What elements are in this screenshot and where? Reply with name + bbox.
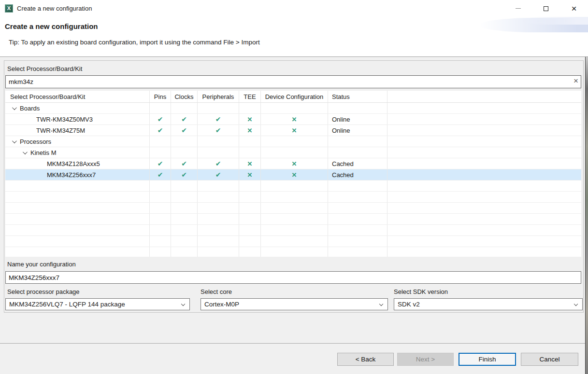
status-cell: Cached xyxy=(328,158,387,169)
processor-search-input[interactable] xyxy=(5,75,581,88)
tree-indent xyxy=(5,141,12,142)
column-header-select-processor-board-kit[interactable]: Select Processor/Board/Kit xyxy=(5,91,149,102)
empty-name-cell xyxy=(5,247,149,257)
maximize-button[interactable] xyxy=(532,0,560,17)
core-select[interactable]: Cortex-M0P xyxy=(201,298,388,310)
window-controls: × xyxy=(504,0,588,17)
cross-icon: ✕ xyxy=(247,127,253,134)
tree-item-label: TWR-KM34Z50MV3 xyxy=(36,116,93,123)
mark-cell: ✔ xyxy=(149,114,171,125)
empty-cell xyxy=(260,214,328,224)
mark-cell: ✔ xyxy=(197,114,239,125)
empty-cell xyxy=(197,203,239,213)
empty-cell xyxy=(387,214,581,224)
check-icon: ✔ xyxy=(215,116,221,123)
mark-cell: ✕ xyxy=(239,158,260,169)
mark-cell xyxy=(239,147,260,158)
check-icon: ✔ xyxy=(215,160,221,167)
table-row-twr-km34z75m[interactable]: TWR-KM34Z75M✔✔✔✕✕Online xyxy=(5,125,581,136)
chevron-down-icon xyxy=(379,302,383,306)
mark-cell: ✔ xyxy=(197,158,239,169)
mark-cell xyxy=(260,147,328,158)
table-row-empty xyxy=(5,180,581,192)
column-header-pins[interactable]: Pins xyxy=(149,91,171,102)
column-header-tee[interactable]: TEE xyxy=(239,91,260,102)
clear-search-icon[interactable]: × xyxy=(574,77,578,85)
minimize-icon xyxy=(516,8,521,9)
status-cell: Cached xyxy=(328,169,387,180)
minimize-button[interactable] xyxy=(504,0,532,17)
table-row-processors[interactable]: Processors xyxy=(5,136,581,147)
tree-item-label: Kinetis M xyxy=(30,149,56,156)
mark-cell xyxy=(171,147,197,158)
tree-item-cell: MKM34Z128Axxx5 xyxy=(5,158,149,169)
table-row-mkm34z128axxx5[interactable]: MKM34Z128Axxx5✔✔✔✕✕Cached xyxy=(5,158,581,169)
filler-cell xyxy=(387,103,581,113)
empty-cell xyxy=(197,180,239,191)
header-swoosh-highlight xyxy=(516,17,588,25)
mark-cell: ✔ xyxy=(171,158,197,169)
status-cell xyxy=(328,103,387,113)
filler-cell xyxy=(387,125,581,136)
table-row-mkm34z256xxx7[interactable]: MKM34Z256xxx7✔✔✔✕✕Cached xyxy=(5,169,581,180)
mark-cell: ✔ xyxy=(149,158,171,169)
check-icon: ✔ xyxy=(158,116,163,123)
empty-cell xyxy=(239,192,260,202)
empty-cell xyxy=(328,180,387,191)
table-row-kinetis-m[interactable]: Kinetis M xyxy=(5,147,581,158)
close-button[interactable]: × xyxy=(560,0,588,17)
filler-cell xyxy=(387,136,581,147)
core-value: Cortex-M0P xyxy=(204,301,239,308)
empty-cell xyxy=(328,236,387,247)
table-row-boards[interactable]: Boards xyxy=(5,103,581,114)
status-cell: Online xyxy=(328,125,387,136)
configuration-name-input[interactable] xyxy=(5,271,581,284)
check-icon: ✔ xyxy=(215,127,221,134)
table-row-empty xyxy=(5,247,581,257)
tree-indent xyxy=(5,119,36,120)
column-header-clocks[interactable]: Clocks xyxy=(171,91,197,102)
filler-cell xyxy=(387,114,581,125)
select-processor-label: Select Processor/Board/Kit xyxy=(7,65,82,72)
empty-cell xyxy=(239,203,260,213)
empty-cell xyxy=(149,180,171,191)
mark-cell xyxy=(149,103,171,113)
mark-cell: ✔ xyxy=(149,125,171,136)
page-title: Create a new configuration xyxy=(5,22,98,30)
tree-item-label: TWR-KM34Z75M xyxy=(36,127,85,134)
chevron-down-icon xyxy=(181,302,185,306)
cancel-button[interactable]: Cancel xyxy=(521,353,578,366)
mark-cell: ✕ xyxy=(260,114,328,125)
mark-cell xyxy=(171,136,197,147)
table-row-empty xyxy=(5,236,581,247)
tree-item-cell: TWR-KM34Z75M xyxy=(5,125,149,136)
tree-expand-chevron-icon[interactable] xyxy=(12,139,17,143)
table-row-empty xyxy=(5,225,581,236)
mark-cell: ✔ xyxy=(149,169,171,180)
empty-cell xyxy=(239,247,260,257)
processor-table: Select Processor/Board/KitPinsClocksPeri… xyxy=(5,91,581,257)
table-row-twr-km34z50mv3[interactable]: TWR-KM34Z50MV3✔✔✔✕✕Online xyxy=(5,114,581,125)
processor-package-select[interactable]: MKM34Z256VLQ7 - LQFP 144 package xyxy=(5,298,190,310)
back-button[interactable]: < Back xyxy=(337,353,394,366)
empty-cell xyxy=(239,180,260,191)
empty-cell xyxy=(171,247,197,257)
column-header-device-configuration[interactable]: Device Configuration xyxy=(260,91,328,102)
tree-expand-chevron-icon[interactable] xyxy=(23,150,28,154)
sdk-version-select[interactable]: SDK v2 xyxy=(394,298,583,310)
tree-expand-chevron-icon[interactable] xyxy=(12,105,17,110)
close-icon: × xyxy=(571,4,576,13)
empty-name-cell xyxy=(5,192,149,202)
table-row-empty xyxy=(5,203,581,214)
sdk-version-value: SDK v2 xyxy=(398,301,420,308)
column-header-peripherals[interactable]: Peripherals xyxy=(197,91,239,102)
empty-cell xyxy=(387,247,581,257)
column-header-status[interactable]: Status xyxy=(328,91,387,102)
configuration-name-label: Name your configuration xyxy=(7,261,76,268)
check-icon: ✔ xyxy=(181,116,187,123)
mark-cell xyxy=(171,103,197,113)
finish-button[interactable]: Finish xyxy=(459,353,516,366)
empty-cell xyxy=(197,192,239,202)
tree-item-cell: TWR-KM34Z50MV3 xyxy=(5,114,149,125)
cross-icon: ✕ xyxy=(292,127,297,134)
